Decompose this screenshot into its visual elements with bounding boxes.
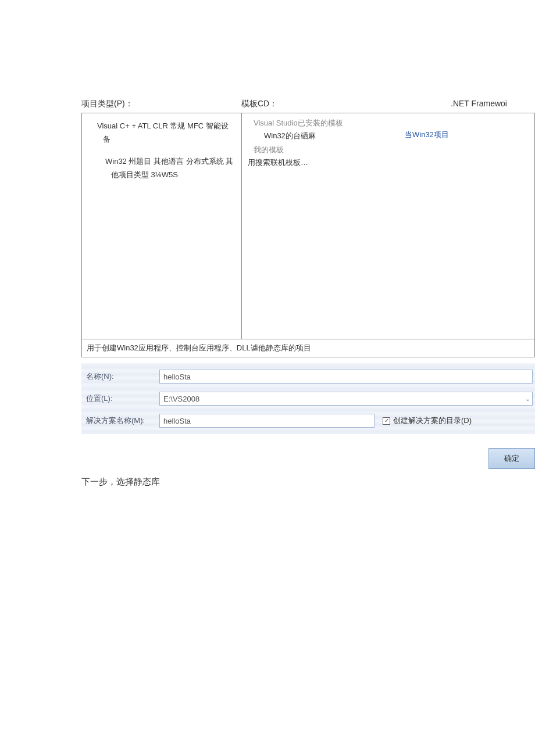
form-area: 名称(N): 位置(L): ⌄ 解决方案名称(M): ✓ 创建解决方案的目录(D… [81, 363, 535, 434]
framework-label: .NET Framewoi [451, 99, 507, 109]
checkbox-label: 创建解决方案的目录(D) [393, 415, 472, 426]
tree-item-vcpp[interactable]: Visual C+ + ATL CLR 常规 MFC 智能设备 [89, 119, 234, 146]
installed-templates-title: Visual Studio已安装的模板 [248, 118, 529, 128]
tree-item-win32[interactable]: Win32 州题目 其他语言 分布式系统 其他项目类型 3⅛W5S [89, 155, 234, 182]
templates-panel[interactable]: Visual Studio已安装的模板 Win32的台硒麻 当Win32项目 我… [242, 113, 534, 339]
project-type-label: 项目类型(P)： [81, 99, 241, 109]
location-label: 位置(L): [84, 393, 159, 404]
template-description: 用于创建Win32应用程序、控制台应用程序、DLL谑他静态库的项目 [81, 339, 535, 357]
solution-row: 解决方案名称(M): ✓ 创建解决方案的目录(D) [81, 410, 535, 432]
location-input[interactable] [159, 392, 533, 406]
footer-instruction: 下一步，选择静态库 [81, 476, 160, 488]
template-item-win32-project[interactable]: 当Win32项目 [405, 130, 449, 140]
panels: Visual C+ + ATL CLR 常规 MFC 智能设备 Win32 州题… [81, 113, 535, 339]
checkbox-icon: ✓ [383, 417, 390, 425]
solution-label: 解决方案名称(M): [84, 415, 159, 426]
create-directory-checkbox[interactable]: ✓ 创建解决方案的目录(D) [383, 415, 472, 426]
location-row: 位置(L): ⌄ [81, 388, 535, 410]
name-input[interactable] [159, 370, 533, 384]
new-project-dialog: 项目类型(P)： 模板CD： .NET Framewoi Visual C+ +… [81, 99, 535, 469]
header-row: 项目类型(P)： 模板CD： .NET Framewoi [81, 99, 535, 109]
project-type-tree[interactable]: Visual C+ + ATL CLR 常规 MFC 智能设备 Win32 州题… [82, 113, 242, 339]
ok-button[interactable]: 确定 [488, 448, 535, 469]
my-templates-title: 我的模板 [248, 145, 529, 155]
search-online-templates[interactable]: 用搜索联机模板… [248, 157, 529, 168]
solution-input[interactable] [159, 414, 374, 428]
name-row: 名称(N): [81, 366, 535, 388]
button-row: 确定 [81, 448, 535, 469]
name-label: 名称(N): [84, 371, 159, 382]
template-item-console[interactable]: Win32的台硒麻 [248, 131, 529, 141]
templates-label: 模板CD： [241, 99, 451, 109]
